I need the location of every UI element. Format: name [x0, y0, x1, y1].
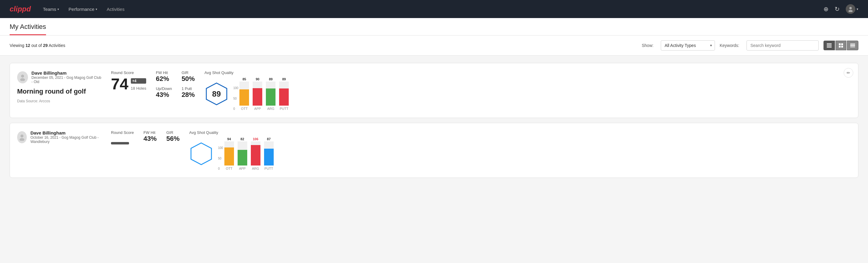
user-date: December 05, 2021 - Gog Magog Golf Club … — [32, 76, 101, 84]
bar-group-arg: 89 ARG — [266, 77, 276, 111]
shot-quality-block: Avg Shot Quality 100 50 0 — [189, 130, 274, 170]
list-icon — [850, 43, 855, 47]
show-label: Show: — [642, 43, 654, 48]
svg-point-1 — [848, 10, 852, 12]
fw-hit-block: FW Hit 43% — [144, 130, 157, 143]
gir-label: GIR — [182, 70, 195, 75]
fw-hit-label: FW Hit — [144, 130, 157, 135]
search-input[interactable] — [746, 40, 819, 51]
card-left: Dave Billingham December 05, 2021 - Gog … — [17, 70, 101, 103]
round-score-main: 74 +4 18 Holes — [111, 76, 146, 92]
holes-text: 18 Holes — [131, 86, 146, 91]
user-info: Dave Billingham October 16, 2021 - Gog M… — [17, 130, 101, 144]
fw-hit-value: 62% — [156, 75, 172, 83]
gir-block: GIR 56% — [166, 130, 180, 143]
bar-group-arg-2: 106 ARG — [251, 137, 260, 170]
bar-groups-2: 94 OTT 82 APP — [224, 137, 274, 170]
bar-groups: 85 OTT 90 — [239, 77, 289, 111]
bar-fill-ott — [239, 89, 249, 106]
round-score-block: Round Score 74 +4 18 Holes — [111, 70, 146, 92]
view-list-dense-button[interactable] — [824, 40, 835, 50]
bar-label-ott: OTT — [241, 107, 248, 111]
updown-label: Up/Down — [156, 86, 172, 91]
svg-rect-9 — [841, 46, 843, 48]
gir-block: GIR 50% 1 Putt 28% — [182, 70, 195, 99]
svg-rect-6 — [839, 43, 841, 45]
svg-rect-2 — [827, 43, 832, 44]
round-score-label: Round Score — [111, 70, 146, 75]
svg-point-16 — [21, 135, 24, 138]
nav-teams[interactable]: Teams ▾ — [43, 7, 59, 12]
score-placeholder — [111, 142, 129, 144]
one-putt-label: 1 Putt — [182, 86, 195, 91]
header: clippd Teams ▾ Performance ▾ Activities … — [0, 0, 868, 18]
svg-rect-11 — [850, 45, 855, 46]
nav-activities[interactable]: Activities — [107, 7, 125, 12]
viewing-text: Viewing 12 out of 29 Activities — [10, 43, 637, 48]
y-label-100: 100 — [234, 86, 239, 90]
score-badge: +4 — [131, 78, 146, 84]
user-name: Dave Billingham — [30, 130, 101, 136]
bar-group-app-2: 82 APP — [238, 137, 247, 170]
activity-card: Dave Billingham October 16, 2021 - Gog M… — [10, 123, 858, 178]
bar-group-putt: 89 PUTT — [279, 77, 289, 111]
page-header: My Activities — [0, 18, 868, 35]
mini-stats: FW Hit 43% GIR 56% — [144, 130, 180, 143]
user-menu[interactable]: ▾ — [846, 4, 858, 14]
svg-point-17 — [20, 138, 24, 141]
card-left: Dave Billingham October 16, 2021 - Gog M… — [17, 130, 101, 146]
header-left: clippd Teams ▾ Performance ▾ Activities — [10, 5, 125, 13]
hex-score-container — [189, 142, 213, 166]
bar-group-app: 90 APP — [253, 77, 262, 111]
svg-point-13 — [21, 75, 24, 78]
list-dense-icon — [827, 43, 832, 48]
view-grid-button[interactable] — [836, 40, 846, 50]
y-label-0: 0 — [234, 107, 239, 111]
svg-rect-3 — [827, 45, 832, 45]
gir-label: GIR — [166, 130, 180, 135]
hex-score: 89 — [212, 89, 221, 99]
svg-rect-5 — [827, 47, 832, 48]
viewing-count: 12 — [26, 43, 30, 48]
one-putt-value: 28% — [182, 91, 195, 99]
bar-value-app: 90 — [256, 77, 259, 81]
keywords-label: Keywords: — [720, 43, 739, 48]
hex-score-container: 89 — [205, 82, 228, 106]
refresh-icon[interactable]: ↻ — [835, 5, 840, 12]
user-info: Dave Billingham December 05, 2021 - Gog … — [17, 70, 101, 84]
header-right: ⊕ ↻ ▾ — [824, 4, 858, 14]
activities-content: ✏ Dave Billingham December 05, 2021 - Go… — [0, 56, 868, 190]
svg-point-0 — [849, 7, 852, 9]
bar-label-arg: ARG — [267, 107, 274, 111]
user-name: Dave Billingham — [32, 70, 101, 76]
fw-hit-value: 43% — [144, 135, 157, 143]
round-score-main — [111, 136, 134, 144]
total-count: 29 — [43, 43, 48, 48]
shot-quality-chart: 100 50 0 85 OTT — [234, 77, 289, 111]
bar-group-ott: 85 OTT — [239, 77, 249, 111]
y-label-50: 50 — [234, 97, 239, 100]
gir-value: 50% — [182, 75, 195, 83]
view-toggle — [824, 40, 858, 50]
bar-value-ott: 85 — [242, 77, 246, 81]
toolbar: Viewing 12 out of 29 Activities Show: Al… — [0, 35, 868, 56]
updown-value: 43% — [156, 91, 172, 99]
edit-button[interactable]: ✏ — [844, 68, 853, 78]
svg-point-14 — [20, 78, 25, 81]
mini-stats: FW Hit 62% Up/Down 43% GIR 50% 1 Putt 28… — [156, 70, 195, 99]
bar-value-putt: 89 — [282, 77, 286, 81]
add-icon[interactable]: ⊕ — [824, 5, 829, 12]
view-list-button[interactable] — [847, 40, 858, 50]
fw-hit-block: FW Hit 62% Up/Down 43% — [156, 70, 172, 99]
avatar — [17, 71, 28, 83]
svg-rect-10 — [850, 43, 855, 45]
activity-title: Morning round of golf — [17, 88, 101, 95]
shot-quality-block: Avg Shot Quality 89 100 50 0 — [205, 70, 289, 111]
avatar — [846, 4, 856, 14]
fw-hit-label: FW Hit — [156, 70, 172, 75]
gir-value: 56% — [166, 135, 180, 143]
activity-type-select[interactable]: All Activity Types — [661, 40, 715, 51]
bar-fill-arg — [266, 88, 276, 106]
nav-performance[interactable]: Performance ▾ — [69, 7, 97, 12]
shot-quality-chart: 100 50 0 94 OTT — [218, 137, 274, 170]
